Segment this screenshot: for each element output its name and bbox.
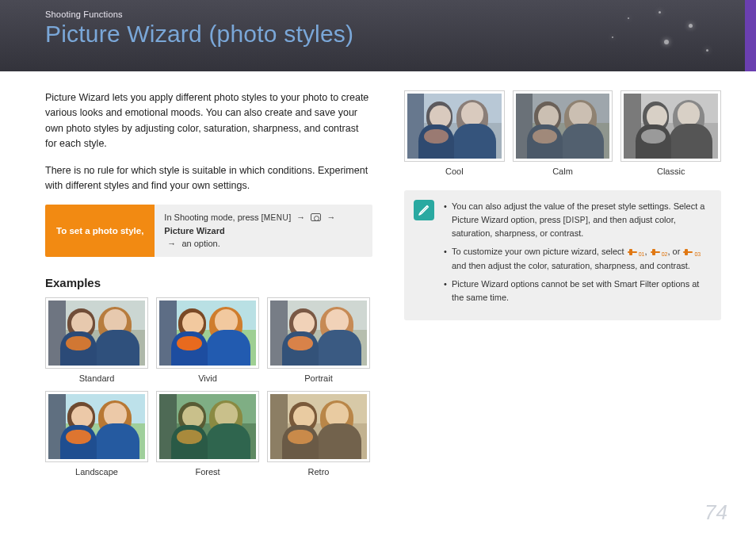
thumb-caption: Standard [45, 373, 148, 383]
custom-slot-number: 03 [694, 251, 701, 257]
thumb-caption: Vivid [156, 373, 259, 383]
thumb-image [48, 394, 145, 459]
sparkle-icon [659, 11, 661, 13]
section-color-tab [745, 0, 756, 71]
left-column: Picture Wizard lets you apply different … [45, 90, 372, 477]
example-thumb: Landscape [45, 391, 148, 477]
disp-button-label: DISP [566, 216, 586, 224]
thumb-image [270, 301, 367, 366]
note-pen-icon [414, 200, 434, 220]
text: To customize your own picture wizard, se… [452, 247, 627, 256]
thumb-caption: Forest [156, 467, 259, 477]
camera-icon [311, 213, 321, 221]
thumb-frame [513, 90, 613, 162]
right-column: Cool Calm [404, 90, 721, 477]
example-thumb: Cool [404, 90, 505, 176]
thumb-frame [45, 297, 148, 369]
example-thumb: Portrait [267, 297, 370, 383]
thumb-frame [45, 391, 148, 462]
example-thumb: Retro [267, 391, 370, 477]
content-columns: Picture Wizard lets you apply different … [0, 71, 756, 477]
custom-slot-icon [628, 249, 637, 255]
thumb-caption: Classic [620, 167, 721, 176]
example-thumb: Vivid [156, 297, 259, 383]
header-band: Shooting Functions Picture Wizard (photo… [0, 0, 756, 71]
thumb-caption: Landscape [45, 467, 148, 477]
example-thumb: Classic [620, 90, 721, 176]
thumb-image [407, 94, 502, 159]
set-style-label: To set a photo style, [45, 205, 155, 257]
custom-slot-number: 02 [662, 251, 668, 257]
thumb-caption: Portrait [267, 373, 370, 383]
arrow-icon: → [296, 212, 305, 222]
page: Shooting Functions Picture Wizard (photo… [0, 0, 756, 536]
set-style-instructions: In Shooting mode, press [MENU] → → Pictu… [155, 205, 372, 257]
arrow-icon: → [167, 239, 176, 248]
page-number: 74 [704, 500, 727, 525]
example-thumb: Forest [156, 391, 259, 477]
examples-heading: Examples [45, 276, 372, 289]
custom-slot-icon [683, 249, 693, 255]
examples-grid: Standard Vivid [45, 297, 372, 477]
breadcrumb: Shooting Functions [45, 10, 756, 19]
thumb-caption: Retro [267, 467, 370, 477]
text: or [673, 247, 683, 256]
info-item: Picture Wizard options cannot be set wit… [444, 278, 710, 304]
text: In Shooting mode, press [ [164, 212, 263, 222]
thumb-frame [156, 297, 259, 369]
sparkle-icon [628, 17, 629, 19]
page-title: Picture Wizard (photo styles) [45, 21, 756, 48]
examples-grid-right: Cool Calm [404, 90, 721, 176]
thumb-caption: Calm [513, 167, 613, 176]
custom-slot-icon [651, 249, 660, 255]
example-thumb: Calm [513, 90, 613, 176]
thumb-image [516, 94, 610, 159]
thumb-frame [267, 391, 370, 462]
info-item: You can also adjust the value of the pre… [444, 200, 710, 240]
thumb-image [159, 394, 256, 459]
text: ] [288, 212, 293, 222]
set-style-row: To set a photo style, In Shooting mode, … [45, 205, 372, 257]
sparkle-icon [664, 40, 669, 44]
thumb-frame [156, 391, 259, 462]
thumb-image [48, 301, 145, 366]
thumb-frame [620, 90, 721, 162]
info-list: You can also adjust the value of the pre… [444, 200, 710, 309]
info-item: To customize your own picture wizard, se… [444, 245, 710, 273]
picture-wizard-bold: Picture Wizard [164, 226, 224, 235]
sparkle-icon [612, 36, 613, 38]
info-box: You can also adjust the value of the pre… [404, 190, 721, 320]
sparkle-icon [706, 49, 708, 52]
intro-paragraph: Picture Wizard lets you apply different … [45, 90, 372, 152]
menu-button-label: MENU [264, 213, 288, 222]
thumb-image [159, 301, 256, 366]
thumb-frame [267, 297, 370, 369]
intro-paragraph: There is no rule for which style is suit… [45, 163, 372, 194]
text: and then adjust the color, saturation, s… [452, 261, 690, 270]
thumb-image [624, 94, 718, 159]
thumb-image [270, 394, 367, 459]
text: an option. [181, 239, 220, 248]
thumb-frame [404, 90, 505, 162]
thumb-caption: Cool [404, 167, 505, 176]
arrow-icon: → [326, 212, 335, 222]
example-thumb: Standard [45, 297, 148, 383]
sparkle-icon [689, 24, 693, 28]
custom-slot-number: 01 [639, 251, 645, 257]
